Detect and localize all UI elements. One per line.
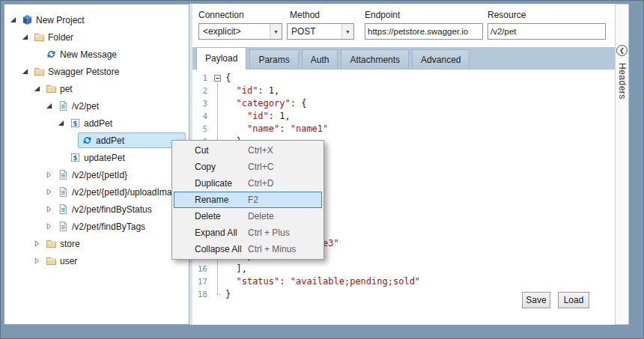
folder-icon (46, 83, 57, 94)
connection-label: Connection (198, 10, 244, 20)
save-button[interactable]: Save (522, 292, 550, 308)
headers-panel-tab[interactable]: ❮ Headers (615, 4, 629, 325)
folder-icon (46, 238, 57, 249)
tree-collapsed-icon[interactable] (43, 187, 54, 198)
svg-text:$: $ (73, 154, 78, 162)
tree-item-v2-pet-petid-uploadimage[interactable]: /v2/pet/{petId}/uploadImage (4, 183, 189, 201)
tree-collapsed-icon[interactable] (43, 222, 54, 232)
editor-line: 16 ], (192, 263, 615, 275)
tree-item-body: Swagger Petstore (30, 64, 186, 79)
editor-line: 17 "status": "available;pending;sold" (192, 275, 615, 288)
tree-expanded-icon[interactable] (55, 118, 66, 129)
tab-payload[interactable]: Payload (196, 47, 246, 70)
tab-advanced[interactable]: Advanced (412, 49, 470, 70)
tree-item-folder[interactable]: Folder (4, 28, 189, 46)
doc-icon (58, 100, 69, 112)
menu-item-label: Duplicate (195, 178, 232, 189)
load-button[interactable]: Load (558, 292, 589, 308)
tree-item-new-project[interactable]: New Project (4, 11, 189, 28)
chevron-down-icon[interactable]: ▼ (341, 24, 353, 39)
context-menu-item-collapse-all[interactable]: Collapse AllCtrl + Minus (172, 241, 323, 257)
tree-collapsed-icon[interactable] (31, 239, 42, 249)
project-icon (22, 14, 33, 25)
chevron-down-icon[interactable]: ▼ (270, 24, 282, 39)
tree-item-v2-pet[interactable]: /v2/pet (4, 97, 189, 114)
editor-line: 4 "id": 1, (192, 110, 615, 123)
doc-icon (58, 221, 69, 232)
line-number: 18 (192, 288, 212, 301)
editor-line: 2 "id": 1, (192, 85, 615, 97)
line-number: 1 (192, 72, 212, 85)
code-text: "category": { (224, 97, 306, 110)
tree-collapsed-icon[interactable] (43, 170, 54, 180)
tree-item-v2-pet-petid[interactable]: /v2/pet/{petId} (4, 166, 189, 183)
tree-expanded-icon[interactable] (19, 67, 30, 77)
tree-expanded-icon[interactable] (31, 84, 42, 94)
resource-input[interactable] (488, 24, 605, 39)
tree-item-v2-pet-findbystatus[interactable]: /v2/pet/findByStatus (4, 201, 189, 218)
connection-value: <explicit> (199, 26, 270, 37)
context-menu-item-cut[interactable]: CutCtrl+X (172, 142, 323, 159)
tab-auth[interactable]: Auth (302, 49, 338, 70)
menu-item-label: Collapse All (195, 244, 242, 254)
tree-item-body: /v2/pet/findByStatus (54, 201, 186, 217)
context-menu-item-delete[interactable]: DeleteDelete (172, 208, 323, 225)
context-menu-item-duplicate[interactable]: DuplicateCtrl+D (172, 175, 323, 192)
fold-guide (212, 97, 224, 110)
context-menu-item-rename[interactable]: RenameF2 (174, 192, 322, 208)
svg-text:$: $ (73, 120, 78, 127)
method-select[interactable]: POST ▼ (287, 23, 354, 40)
tree-item-label: Swagger Petstore (48, 67, 119, 77)
menu-item-label: Delete (195, 211, 221, 222)
tree-item-body: /v2/pet/{petId} (54, 167, 186, 183)
tree-item-label: addPet (84, 118, 112, 129)
tree-item-addpet[interactable]: $addPet (4, 114, 189, 132)
menu-item-shortcut: Delete (248, 211, 314, 222)
tree-item-body: $updatePet (66, 150, 186, 165)
tree-item-label: updatePet (84, 153, 125, 163)
tree-item-label: addPet (96, 135, 124, 146)
context-menu-item-expand-all[interactable]: Expand AllCtrl + Plus (172, 225, 323, 241)
method-value: POST (288, 26, 341, 37)
line-number: 17 (192, 275, 212, 288)
endpoint-input[interactable] (365, 24, 482, 39)
tree-item-label: pet (60, 84, 73, 94)
tree-item-addpet[interactable]: addPet (4, 132, 189, 149)
tree-item-body: New Project (18, 12, 186, 28)
tree-item-label: /v2/pet/{petId} (72, 170, 127, 180)
endpoint-field-wrap (365, 23, 483, 40)
tree-expanded-icon[interactable] (19, 32, 30, 43)
request-tab-strip: PayloadParamsAuthAttachmentsAdvanced (192, 47, 615, 70)
tree-item-updatepet[interactable]: $updatePet (4, 149, 189, 166)
connection-select[interactable]: <explicit> ▼ (198, 23, 282, 40)
sync-icon (46, 49, 57, 60)
menu-item-label: Expand All (195, 227, 237, 238)
tree-item-body: /v2/pet (54, 98, 186, 114)
tree-item-swagger-petstore[interactable]: Swagger Petstore (4, 63, 189, 80)
tree-item-body: $addPet (66, 115, 186, 131)
code-text: "status": "available;pending;sold" (224, 275, 420, 288)
tree-item-v2-pet-findbytags[interactable]: /v2/pet/findByTags (4, 218, 189, 235)
menu-item-shortcut: F2 (248, 195, 314, 205)
tree-collapsed-icon[interactable] (31, 256, 42, 266)
fold-guide (212, 110, 224, 123)
fold-collapse-icon[interactable] (212, 72, 224, 85)
tree-item-user[interactable]: user (4, 252, 189, 269)
tree-item-label: /v2/pet/{petId}/uploadImage (72, 187, 182, 198)
editor-line: 5 "name": "name1" (192, 123, 615, 135)
tree-expanded-icon[interactable] (7, 15, 18, 25)
editor-line: 1{ (192, 72, 615, 85)
tree-item-pet[interactable]: pet (4, 80, 189, 97)
line-number: 2 (192, 85, 212, 97)
context-menu-item-copy[interactable]: CopyCtrl+C (172, 159, 323, 175)
collapse-chevron-icon[interactable]: ❮ (616, 45, 628, 56)
tree-item-store[interactable]: store (4, 235, 189, 252)
tree-collapsed-icon[interactable] (43, 204, 54, 215)
tab-params[interactable]: Params (249, 49, 298, 70)
tab-attachments[interactable]: Attachments (341, 49, 409, 70)
tree-item-new-message[interactable]: New Message (4, 46, 189, 63)
tree-expanded-icon[interactable] (43, 101, 54, 112)
tree-item-body: user (42, 253, 186, 269)
line-number: 3 (192, 97, 212, 110)
headers-panel-label: Headers (617, 63, 628, 100)
